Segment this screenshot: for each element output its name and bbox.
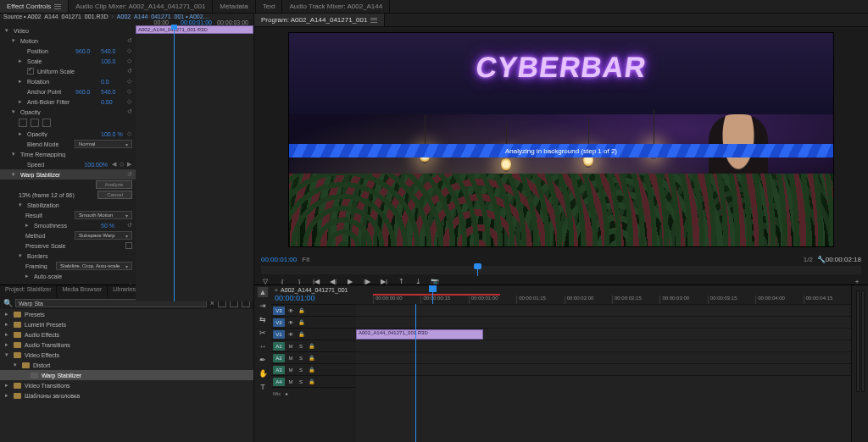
uniform-scale-checkbox[interactable] xyxy=(27,68,34,75)
tree-presets[interactable]: Presets xyxy=(25,312,45,318)
preserve-scale-checkbox[interactable] xyxy=(125,242,132,249)
group-stabilization[interactable]: Stabilization xyxy=(27,202,132,208)
result-dropdown[interactable]: Smooth Motion xyxy=(75,211,132,219)
tree-warp-stabilizer[interactable]: Warp Stabilizer xyxy=(42,373,81,378)
keyframe-icon[interactable]: ◇ xyxy=(126,48,132,54)
track-a3[interactable]: A3 xyxy=(273,366,285,374)
ruler-tick: 00:00:02:00 xyxy=(565,296,612,304)
search-icon: 🔍 xyxy=(3,299,12,307)
ec-keyframe-area[interactable]: A002_A144_041271_001.R3D xyxy=(136,25,253,301)
timeline-tc[interactable]: 00:00:01:00 xyxy=(275,294,370,302)
tree-mogrt[interactable]: Шаблоны заголовка xyxy=(25,393,80,399)
prop-rotation[interactable]: Rotation xyxy=(27,79,97,85)
ruler-tick: 00:00:02:15 xyxy=(612,296,659,304)
ripple-tool-icon[interactable]: ⇆ xyxy=(258,314,268,324)
track-v1[interactable]: V1 xyxy=(273,330,285,339)
slip-tool-icon[interactable]: ↔ xyxy=(258,341,268,351)
tree-lumetri[interactable]: Lumetri Presets xyxy=(25,322,66,328)
group-borders[interactable]: Borders xyxy=(27,253,132,259)
prop-position[interactable]: Position xyxy=(27,48,72,54)
reset-icon[interactable]: ↺ xyxy=(126,38,132,44)
track-a4[interactable]: A4 xyxy=(273,378,285,386)
tab-audio-clip-mixer[interactable]: Audio Clip Mixer: A002_A144_041271_001 xyxy=(69,0,213,13)
ec-playhead-tc[interactable]: 00:00:01:00 xyxy=(175,19,217,25)
panel-menu-icon[interactable] xyxy=(54,4,61,9)
mask-rect-icon[interactable] xyxy=(31,119,39,127)
analyze-button[interactable]: Analyze xyxy=(96,180,132,189)
lock-icon[interactable]: 🔒 xyxy=(297,307,305,315)
mask-ellipse-icon[interactable] xyxy=(19,119,27,127)
folder-icon xyxy=(14,312,21,318)
analysis-banner: Analyzing in background (step 1 of 2) xyxy=(289,144,833,157)
ec-mini-timeline-header: 00:00 00:00:01:00 00:00:03:00 xyxy=(0,19,253,25)
hand-tool-icon[interactable]: ✋ xyxy=(258,368,268,378)
timeline-ruler[interactable]: 00:00:00:0000:00:00:1500:00:01:0000:00:0… xyxy=(373,285,851,304)
tab-text[interactable]: Text xyxy=(256,0,283,13)
track-mix[interactable]: Mix xyxy=(273,391,281,396)
method-dropdown[interactable]: Subspace Warp xyxy=(75,231,132,240)
tree-audio-transitions[interactable]: Audio Transitions xyxy=(25,342,70,348)
fit-dropdown[interactable]: Fit xyxy=(302,256,310,263)
solo-icon[interactable]: S xyxy=(297,342,305,351)
tree-video-effects[interactable]: Video Effects xyxy=(25,352,59,358)
framing-dropdown[interactable]: Stabilize, Crop, Auto-scale xyxy=(56,262,132,270)
sequence-tab[interactable]: ×A002_A144_041271_001 xyxy=(275,287,370,293)
track-a1[interactable]: A1 xyxy=(273,342,285,351)
fx-warp-stabilizer[interactable]: Warp Stabilizer xyxy=(20,172,123,178)
prop-blend[interactable]: Blend Mode xyxy=(27,141,71,147)
resolution-dropdown[interactable]: 1/2 xyxy=(804,256,812,263)
tab-project[interactable]: Project: Stabilizer xyxy=(0,285,57,297)
pen-tool-icon[interactable]: ✒ xyxy=(258,355,268,365)
meter-r xyxy=(861,290,865,392)
fx-time-remap[interactable]: Time Remapping xyxy=(20,152,132,157)
ec-properties: ▾Video ▾Motion↺ Position960.0540.0◇ ▸Sca… xyxy=(0,25,136,301)
ec-duration: 00:00:03:00 xyxy=(217,19,253,25)
program-tc-current[interactable]: 00:00:01:00 xyxy=(261,256,297,263)
tab-media-browser[interactable]: Media Browser xyxy=(57,285,108,297)
ec-video-header[interactable]: Video xyxy=(14,28,132,34)
meter-l xyxy=(856,290,860,392)
timeline-tools: ▲ ⇥ ⇆ ✂ ↔ ✒ ✋ T xyxy=(254,285,271,442)
cancel-button[interactable]: Cancel xyxy=(97,191,132,199)
tab-program[interactable]: Program: A002_A144_041271_001 xyxy=(254,14,385,26)
program-scrubber[interactable] xyxy=(261,266,861,274)
ruler-tick: 00:00:03:00 xyxy=(659,296,707,304)
program-panel: Program: A002_A144_041271_001 CYBERBAR A… xyxy=(254,14,868,285)
timeline-clip[interactable]: A002_A144_041271_001.R3D xyxy=(356,329,483,340)
panel-menu-icon[interactable] xyxy=(370,18,377,23)
ec-mini-clip[interactable]: A002_A144_041271_001.R3D xyxy=(136,25,253,34)
tree-distort[interactable]: Distort xyxy=(33,362,50,368)
selection-tool-icon[interactable]: ▲ xyxy=(258,287,268,297)
tab-effect-controls[interactable]: Effect Controls xyxy=(0,0,69,13)
tab-audio-track-mixer[interactable]: Audio Track Mixer: A002_A144 xyxy=(282,0,390,13)
ruler-tick: 00:00:04:00 xyxy=(755,296,803,304)
mute-icon[interactable]: M xyxy=(287,342,295,351)
tree-video-transitions[interactable]: Video Transitions xyxy=(25,383,70,389)
ruler-tick: 00:00:03:15 xyxy=(708,296,755,304)
program-playhead[interactable] xyxy=(477,264,478,276)
track-v2[interactable]: V2 xyxy=(273,318,285,327)
toggle-output-icon[interactable]: 👁 xyxy=(287,307,295,315)
prop-scale[interactable]: Scale xyxy=(27,58,97,64)
timeline-playhead-line[interactable] xyxy=(415,304,416,442)
razor-tool-icon[interactable]: ✂ xyxy=(258,328,268,338)
type-tool-icon[interactable]: T xyxy=(258,382,268,392)
mask-pen-icon[interactable] xyxy=(42,119,51,127)
track-select-tool-icon[interactable]: ⇥ xyxy=(258,301,268,311)
blend-dropdown[interactable]: Normal xyxy=(75,140,132,148)
track-v3[interactable]: V3 xyxy=(273,307,285,315)
timeline-tracks[interactable]: A002_A144_041271_001.R3D xyxy=(356,304,851,442)
prop-anchor[interactable]: Anchor Point xyxy=(27,89,72,95)
audio-meters xyxy=(851,285,868,442)
program-monitor[interactable]: CYBERBAR Analyzing in background (step 1… xyxy=(288,32,834,247)
timeline-playhead[interactable] xyxy=(432,285,433,304)
settings-icon[interactable]: 🔧 xyxy=(817,256,826,263)
ec-playhead[interactable] xyxy=(174,25,175,301)
tree-audio-effects[interactable]: Audio Effects xyxy=(25,332,59,338)
fx-motion[interactable]: Motion xyxy=(20,38,123,44)
tab-metadata[interactable]: Metadata xyxy=(213,0,255,13)
prop-antiflicker[interactable]: Anti-flicker Filter xyxy=(27,99,97,105)
effects-tree[interactable]: ▸Presets ▸Lumetri Presets ▸Audio Effects… xyxy=(0,309,253,442)
fx-opacity[interactable]: Opacity xyxy=(20,109,123,115)
track-a2[interactable]: A2 xyxy=(273,354,285,362)
